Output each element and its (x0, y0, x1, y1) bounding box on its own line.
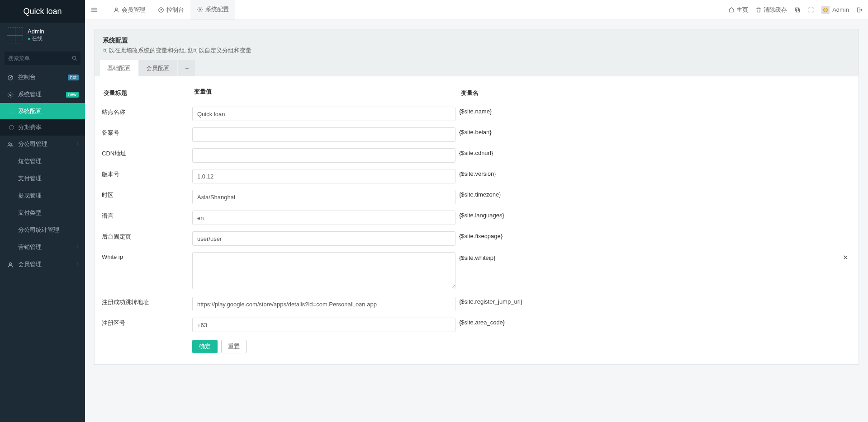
sidebar-item-8[interactable]: 营销管理〈 (0, 239, 85, 256)
config-input-0[interactable] (192, 107, 455, 121)
badge-new: new (66, 92, 79, 98)
circle-icon (8, 124, 14, 131)
dashboard-icon (6, 74, 14, 81)
chevron-left-icon: 〈 (74, 141, 79, 147)
config-input-7[interactable] (192, 252, 455, 289)
menu-toggle-icon[interactable] (90, 6, 99, 14)
form-row: CDN地址{$site.cdnurl} (100, 145, 853, 166)
sidebar-item-4[interactable]: 支付管理 (0, 170, 85, 187)
sidebar-item-9[interactable]: 会员管理〈 (0, 256, 85, 273)
fullscreen-icon[interactable] (808, 7, 814, 13)
sidebar-item-0[interactable]: 控制台hot (0, 69, 85, 86)
row-input-cell (190, 209, 457, 226)
topbar: 会员管理控制台系统配置 主页 清除缓存 (85, 0, 868, 20)
remove-row-icon[interactable]: ✕ (843, 253, 849, 262)
sidebar-item-6[interactable]: 支付类型 (0, 204, 85, 221)
tab-label: 系统配置 (205, 5, 229, 14)
form-row: 注册成功跳转地址{$site.register_jump_url} (100, 294, 853, 314)
search-input[interactable] (5, 52, 81, 65)
avatar (7, 27, 23, 43)
tab-2[interactable]: 系统配置 (190, 0, 235, 20)
user-avatar-icon (821, 6, 830, 14)
row-label: 备案号 (100, 126, 190, 140)
sidebar-item-label: 支付管理 (18, 174, 79, 183)
row-input-cell (190, 188, 457, 206)
config-tab-0[interactable]: 基础配置 (100, 60, 138, 76)
user-status: ●在线 (28, 35, 44, 42)
config-input-2[interactable] (192, 148, 455, 163)
badge-hot: hot (68, 75, 79, 80)
row-label: CDN地址 (100, 147, 190, 160)
config-input-5[interactable] (192, 211, 455, 225)
row-input-cell (190, 126, 457, 143)
chevron-left-icon: 〈 (74, 261, 79, 267)
form-row: 语言{$site.languages} (100, 207, 853, 228)
config-panel: 系统配置 可以在此增改系统的变量和分组,也可以自定义分组和变量 基础配置会员配置… (94, 29, 859, 365)
sidebar-subitem-1-0[interactable]: 系统配置 (0, 103, 85, 119)
config-tab-1[interactable]: 会员配置 (139, 60, 177, 76)
config-input-6[interactable] (192, 231, 455, 246)
sidebar-item-1[interactable]: 系统管理new (0, 86, 85, 103)
row-label: White ip (100, 251, 190, 263)
svg-point-5 (9, 143, 10, 145)
row-input-cell (190, 295, 457, 313)
config-tabs-list: 基础配置会员配置+ (100, 60, 853, 76)
row-varname: {$site.name} (457, 105, 853, 117)
form-area: 变量标题 变量值 变量名 站点名称{$site.name}备案号{$site.b… (95, 76, 859, 364)
clear-cache-link[interactable]: 清除缓存 (755, 6, 787, 14)
chevron-left-icon: 〈 (74, 244, 79, 250)
panel-title: 系统配置 (103, 37, 850, 45)
row-varname: {$site.register_jump_url} (457, 295, 853, 308)
sidebar-item-label: 提现管理 (18, 192, 79, 200)
topbar-right: 主页 清除缓存 Admin (728, 6, 863, 14)
config-input-8[interactable] (192, 297, 455, 311)
sidebar-menu: 控制台hot系统管理new系统配置分期费率分公司管理〈短信管理支付管理提现管理支… (0, 69, 85, 273)
sidebar-item-5[interactable]: 提现管理 (0, 187, 85, 204)
users-icon (6, 141, 14, 148)
row-label: 注册区号 (100, 316, 190, 330)
form-row: White ip{$site.whiteip}✕ (100, 249, 853, 294)
form-header: 变量标题 变量值 变量名 (100, 83, 853, 103)
logout-icon[interactable] (856, 7, 863, 13)
tab-label: 会员管理 (122, 6, 145, 14)
sidebar-subitem-1-1[interactable]: 分期费率 (0, 119, 85, 136)
reset-button[interactable]: 重置 (221, 340, 247, 353)
sidebar-item-label: 系统管理 (18, 90, 66, 98)
config-input-4[interactable] (192, 190, 455, 204)
header-var-name: 变量名 (459, 86, 851, 100)
user-icon (6, 261, 14, 268)
config-input-9[interactable] (192, 318, 455, 332)
sidebar-item-label: 营销管理 (18, 243, 74, 251)
user-icon (113, 6, 119, 14)
form-row: 时区{$site.timezone} (100, 187, 853, 207)
svg-point-4 (9, 94, 11, 96)
svg-rect-16 (795, 8, 798, 11)
sidebar-item-7[interactable]: 分公司统计管理 (0, 221, 85, 239)
home-link[interactable]: 主页 (728, 6, 748, 14)
sidebar-item-label: 会员管理 (18, 260, 74, 268)
search-icon[interactable] (71, 54, 78, 61)
add-tab-button[interactable]: + (178, 60, 195, 76)
topbar-user[interactable]: Admin (821, 6, 849, 14)
copy-icon[interactable] (794, 7, 801, 13)
gear-icon (197, 6, 203, 13)
form-row: 注册区号{$site.area_code} (100, 314, 853, 335)
tab-1[interactable]: 控制台 (152, 0, 190, 20)
row-varname: {$site.version} (457, 168, 853, 180)
config-input-3[interactable] (192, 169, 455, 183)
sidebar-item-2[interactable]: 分公司管理〈 (0, 136, 85, 153)
row-label: 注册成功跳转地址 (100, 295, 190, 309)
sidebar-item-label: 短信管理 (18, 157, 79, 165)
form-row: 版本号{$site.version} (100, 166, 853, 187)
svg-point-14 (199, 9, 201, 11)
sidebar-item-3[interactable]: 短信管理 (0, 153, 85, 170)
tab-0[interactable]: 会员管理 (107, 0, 152, 20)
svg-line-1 (75, 59, 76, 60)
row-label: 语言 (100, 209, 190, 223)
submit-button[interactable]: 确定 (192, 340, 218, 353)
sidebar: Quick loan Admin ●在线 控制台hot系统管理new系统配置分期… (0, 0, 85, 374)
svg-point-13 (161, 9, 161, 10)
sidebar-subitem-label: 分期费率 (18, 123, 42, 131)
config-input-1[interactable] (192, 127, 455, 142)
row-varname: {$site.beian} (457, 126, 853, 138)
